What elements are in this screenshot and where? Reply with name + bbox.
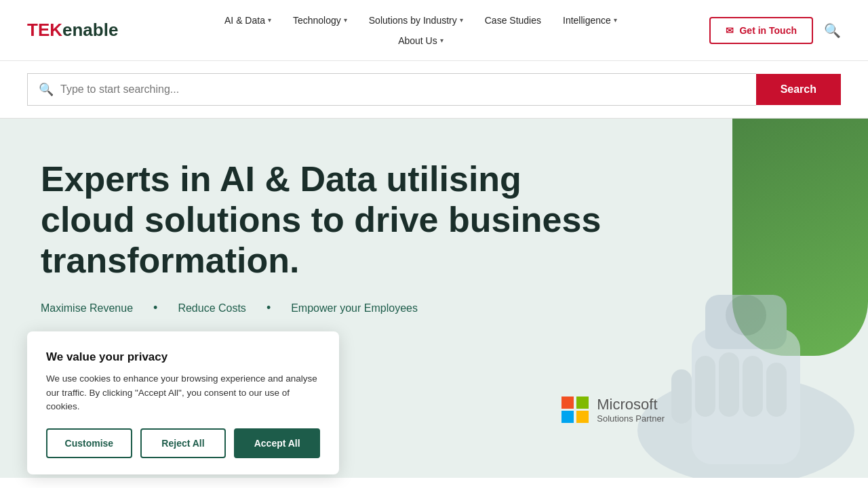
logo-enable: enable — [62, 20, 118, 41]
nav-top-row: AI & Data ▾ Technology ▾ Solutions by In… — [145, 11, 696, 30]
chevron-down-icon: ▾ — [440, 37, 443, 44]
cookie-text: We use cookies to enhance your browsing … — [46, 372, 320, 413]
ms-square-yellow — [576, 411, 589, 423]
svg-rect-5 — [695, 356, 715, 417]
ms-partner-badge: Microsoft Solutions Partner — [561, 396, 665, 424]
nav-item-about-us[interactable]: About Us ▾ — [389, 31, 453, 50]
chevron-down-icon: ▾ — [614, 16, 617, 24]
cookie-buttons: Customise Reject All Accept All — [46, 428, 320, 458]
nav-right: ✉ Get in Touch 🔍 — [709, 17, 841, 44]
nav-item-ai-data[interactable]: AI & Data ▾ — [215, 11, 281, 30]
svg-point-3 — [726, 295, 766, 336]
search-toggle-button[interactable]: 🔍 — [824, 22, 841, 39]
chevron-down-icon: ▾ — [344, 16, 347, 24]
cookie-banner: We value your privacy We use cookies to … — [27, 331, 339, 474]
search-input-wrapper: 🔍 — [27, 73, 756, 106]
search-bar: 🔍 Search — [0, 61, 868, 119]
search-icon: 🔍 — [824, 23, 841, 38]
chevron-down-icon: ▾ — [460, 16, 463, 24]
hero-robot-image — [583, 139, 868, 478]
hero-bullet-1: Maximise Revenue — [41, 302, 133, 314]
chevron-down-icon: ▾ — [268, 16, 271, 24]
nav-item-solutions-by-industry[interactable]: Solutions by Industry ▾ — [359, 11, 473, 30]
ms-badge-text: Microsoft Solutions Partner — [597, 396, 665, 424]
svg-rect-8 — [766, 363, 787, 417]
ms-badge-subtitle: Solutions Partner — [597, 413, 665, 424]
navbar: TEKenable AI & Data ▾ Technology ▾ Solut… — [0, 0, 868, 61]
envelope-icon: ✉ — [726, 25, 734, 36]
svg-rect-7 — [743, 356, 763, 417]
cookie-reject-button[interactable]: Reject All — [140, 428, 226, 458]
ms-square-blue — [561, 411, 574, 423]
search-input[interactable] — [60, 83, 745, 96]
microsoft-logo — [561, 396, 589, 424]
search-button[interactable]: Search — [756, 74, 841, 105]
nav-links: AI & Data ▾ Technology ▾ Solutions by In… — [145, 11, 696, 50]
nav-item-case-studies[interactable]: Case Studies — [475, 11, 551, 30]
hero-bullet-3: Empower your Employees — [291, 302, 418, 314]
bullet-separator-2: • — [267, 301, 271, 315]
cookie-accept-button[interactable]: Accept All — [234, 428, 320, 458]
hero-title: Experts in AI & Data utilising cloud sol… — [41, 159, 624, 281]
nav-item-intelligence[interactable]: Intelligence ▾ — [553, 11, 627, 30]
hero-bullets: Maximise Revenue • Reduce Costs • Empowe… — [41, 301, 624, 315]
ms-square-red — [561, 396, 574, 409]
hero-bullet-2: Reduce Costs — [178, 302, 246, 314]
bullet-separator-1: • — [153, 301, 157, 315]
logo[interactable]: TEKenable — [27, 20, 118, 41]
svg-rect-4 — [671, 369, 692, 424]
logo-tek: TEK — [27, 20, 62, 41]
cookie-title: We value your privacy — [46, 350, 320, 364]
cookie-customise-button[interactable]: Customise — [46, 428, 132, 458]
nav-item-technology[interactable]: Technology ▾ — [283, 11, 357, 30]
svg-rect-6 — [719, 352, 739, 417]
ms-badge-name: Microsoft — [597, 396, 665, 413]
search-icon: 🔍 — [39, 82, 54, 97]
get-in-touch-button[interactable]: ✉ Get in Touch — [709, 17, 813, 44]
ms-square-green — [576, 396, 589, 409]
nav-bottom-row: About Us ▾ — [389, 31, 453, 50]
